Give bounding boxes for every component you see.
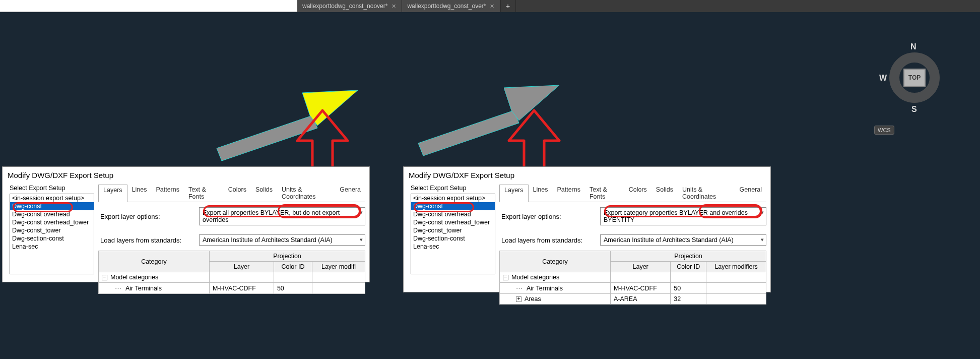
tab-text[interactable]: Text & Fonts <box>585 185 624 202</box>
export-layer-dropdown[interactable]: Export category properties BYLAYER and o… <box>600 207 766 225</box>
cell-text: 32 <box>671 294 706 305</box>
document-tabstrip: wallexporttodwg_const_noover* ✕ wallexpo… <box>0 0 980 12</box>
cell-text: M-HVAC-CDFF <box>611 283 671 294</box>
export-dialog-right: Modify DWG/DXF Export Setup Select Expor… <box>403 166 771 292</box>
export-layer-row: Export layer options: Export all propert… <box>98 207 365 225</box>
expand-icon[interactable]: + <box>516 296 521 302</box>
tree-dots-icon: ⋯ <box>115 284 122 292</box>
setup-item[interactable]: Dwg-const_tower <box>10 226 94 234</box>
tab-general[interactable]: Genera <box>335 185 365 202</box>
cell-text: Model categories <box>110 274 158 281</box>
collapse-icon[interactable]: − <box>102 275 107 280</box>
plus-icon: + <box>506 2 510 10</box>
export-layer-label: Export layer options: <box>98 213 199 220</box>
setup-item-selected[interactable]: Dwg-const <box>411 202 495 210</box>
setup-item[interactable]: Dwg-section-const <box>10 234 94 243</box>
setup-item[interactable]: <in-session export setup> <box>411 194 495 202</box>
nav-top-face[interactable]: TOP <box>903 69 926 87</box>
tab-patterns[interactable]: Patterns <box>552 185 585 202</box>
dropdown-value: Export category properties BYLAYER and o… <box>604 209 748 223</box>
tab-colors[interactable]: Colors <box>624 185 651 202</box>
setup-item[interactable]: Dwg-const_tower <box>411 226 495 234</box>
table-row[interactable]: −Model categories <box>99 272 365 283</box>
nav-cube[interactable]: N S W TOP WCS <box>879 42 950 143</box>
tab-lines[interactable]: Lines <box>127 185 152 202</box>
setup-column: Select Export Setup <in-session export s… <box>3 185 98 294</box>
setup-list[interactable]: <in-session export setup> Dwg-const Dwg-… <box>411 194 495 274</box>
load-layers-label: Load layers from standards: <box>98 236 199 244</box>
setup-item[interactable]: Dwg-const overhead <box>411 210 495 218</box>
cell-text: Air Terminals <box>125 285 162 292</box>
setup-item[interactable]: <in-session export setup> <box>10 194 94 202</box>
col-colorid: Color ID <box>671 262 706 272</box>
nav-south[interactable]: S <box>911 105 917 114</box>
category-grid[interactable]: Category Projection Layer Color ID Layer… <box>499 251 766 305</box>
dialog-body: Select Export Setup <in-session export s… <box>404 185 770 305</box>
export-layer-row: Export layer options: Export category pr… <box>499 207 766 225</box>
setup-item[interactable]: Dwg-section-const <box>411 234 495 243</box>
tab-solids[interactable]: Solids <box>651 185 678 202</box>
export-layer-dropdown[interactable]: Export all properties BYLAYER, but do no… <box>199 207 365 225</box>
dialog-title: Modify DWG/DXF Export Setup <box>3 167 369 185</box>
dialog-body: Select Export Setup <in-session export s… <box>3 185 369 294</box>
tab-layers[interactable]: Layers <box>499 185 529 202</box>
col-layermod: Layer modifi <box>312 262 365 272</box>
cell-text: Model categories <box>511 274 559 281</box>
setup-list[interactable]: <in-session export setup> Dwg-const Dwg-… <box>10 194 94 274</box>
tab-units[interactable]: Units & Coordinates <box>678 185 735 202</box>
options-tabs: Layers Lines Patterns Text & Fonts Color… <box>98 185 365 202</box>
tab-noover[interactable]: wallexporttodwg_const_noover* ✕ <box>297 0 402 12</box>
cell-text: 50 <box>274 283 312 294</box>
cell-text: 50 <box>671 283 706 294</box>
tab-colors[interactable]: Colors <box>224 185 251 202</box>
tab-units[interactable]: Units & Coordinates <box>277 185 335 202</box>
load-layers-dropdown[interactable]: American Institute of Architects Standar… <box>600 234 766 246</box>
dialog-title: Modify DWG/DXF Export Setup <box>404 167 770 185</box>
dropdown-value: American Institute of Architects Standar… <box>203 236 333 244</box>
setup-item[interactable]: Dwg-const overhead_tower <box>10 218 94 226</box>
table-row[interactable]: ⋯Air Terminals M-HVAC-CDFF 50 <box>500 283 766 294</box>
options-tabs: Layers Lines Patterns Text & Fonts Color… <box>499 185 766 202</box>
close-icon[interactable]: ✕ <box>489 3 495 9</box>
setup-column: Select Export Setup <in-session export s… <box>404 185 499 305</box>
tab-patterns[interactable]: Patterns <box>151 185 184 202</box>
close-icon[interactable]: ✕ <box>390 3 397 9</box>
tab-general[interactable]: General <box>735 185 766 202</box>
nav-top-label: TOP <box>908 74 921 81</box>
wcs-badge[interactable]: WCS <box>874 126 894 135</box>
tabstrip-spacer <box>0 0 297 12</box>
load-layers-row: Load layers from standards: American Ins… <box>499 234 766 246</box>
setup-item[interactable]: Lena-sec <box>10 243 94 251</box>
nav-west[interactable]: W <box>879 74 887 83</box>
tab-text[interactable]: Text & Fonts <box>184 185 224 202</box>
collapse-icon[interactable]: − <box>503 275 508 280</box>
col-category: Category <box>500 251 611 272</box>
tab-over[interactable]: wallexporttodwg_const_over* ✕ <box>402 0 500 12</box>
load-layers-label: Load layers from standards: <box>499 236 600 244</box>
load-layers-dropdown[interactable]: American Institute of Architects Standar… <box>199 234 365 246</box>
tab-layers[interactable]: Layers <box>98 185 127 202</box>
tab-lines[interactable]: Lines <box>529 185 553 202</box>
setup-label: Select Export Setup <box>411 185 495 192</box>
table-row[interactable]: −Model categories <box>500 272 766 283</box>
export-layer-label: Export layer options: <box>499 213 600 220</box>
cell-text: A-AREA <box>611 294 671 305</box>
setup-item[interactable]: Lena-sec <box>411 243 495 251</box>
tab-add[interactable]: + <box>501 0 516 12</box>
nav-north[interactable]: N <box>910 42 917 51</box>
col-projection: Projection <box>210 251 365 262</box>
table-row[interactable]: ⋯Air Terminals M-HVAC-CDFF 50 <box>99 283 365 294</box>
load-layers-row: Load layers from standards: American Ins… <box>98 234 365 246</box>
col-layer: Layer <box>210 262 274 272</box>
setup-item[interactable]: Dwg-const overhead_tower <box>411 218 495 226</box>
category-grid[interactable]: Category Projection Layer Color ID Layer… <box>98 251 365 294</box>
tree-dots-icon: ⋯ <box>516 284 524 292</box>
col-projection: Projection <box>611 251 766 262</box>
setup-item-selected[interactable]: Dwg-const <box>10 202 94 210</box>
setup-item[interactable]: Dwg-const overhead <box>10 210 94 218</box>
tab-solids[interactable]: Solids <box>251 185 277 202</box>
cell-text: Areas <box>525 295 541 303</box>
table-row[interactable]: +Areas A-AREA 32 <box>500 294 766 305</box>
cell-text: M-HVAC-CDFF <box>210 283 274 294</box>
cell-text: Air Terminals <box>527 285 563 292</box>
